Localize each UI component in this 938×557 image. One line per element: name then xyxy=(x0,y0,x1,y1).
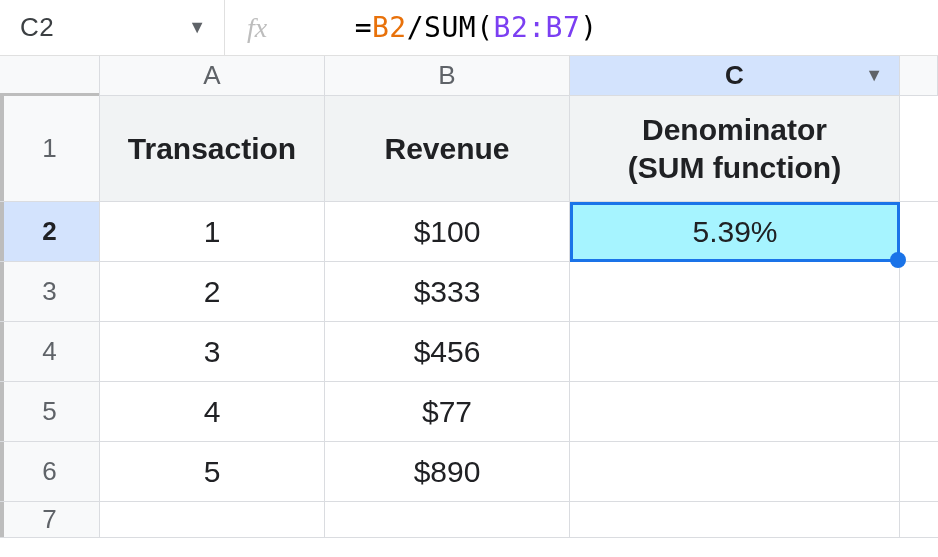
cell-C1[interactable]: Denominator (SUM function) xyxy=(570,96,900,202)
cell-B6[interactable]: $890 xyxy=(325,442,570,502)
cell-B1[interactable]: Revenue xyxy=(325,96,570,202)
cell-pad xyxy=(900,202,938,262)
cell-C7[interactable] xyxy=(570,502,900,538)
name-box-value: C2 xyxy=(20,12,54,43)
cell-A7[interactable] xyxy=(100,502,325,538)
row-header-3[interactable]: 3 xyxy=(0,262,100,322)
chevron-down-icon[interactable]: ▼ xyxy=(188,17,206,38)
column-header-C[interactable]: C ▼ xyxy=(570,56,900,95)
cell-pad xyxy=(900,382,938,442)
cell-A6[interactable]: 5 xyxy=(100,442,325,502)
table-row: 1 Transaction Revenue Denominator (SUM f… xyxy=(0,96,938,202)
cell-C4[interactable] xyxy=(570,322,900,382)
row-header-6[interactable]: 6 xyxy=(0,442,100,502)
formula-token-eq: = xyxy=(355,11,372,44)
cell-C3[interactable] xyxy=(570,262,900,322)
formula-token-range: B2:B7 xyxy=(494,11,581,44)
row-header-1[interactable]: 1 xyxy=(0,96,100,202)
table-row: 4 3 $456 xyxy=(0,322,938,382)
cell-C6[interactable] xyxy=(570,442,900,502)
table-row: 6 5 $890 xyxy=(0,442,938,502)
cell-A1[interactable]: Transaction xyxy=(100,96,325,202)
cell-pad xyxy=(900,96,938,202)
cell-B3[interactable]: $333 xyxy=(325,262,570,322)
table-row: 5 4 $77 xyxy=(0,382,938,442)
fx-icon: fx xyxy=(225,12,285,44)
formula-bar: C2 ▼ fx =B2/SUM(B2:B7) xyxy=(0,0,938,56)
row-header-2[interactable]: 2 xyxy=(0,202,100,262)
formula-token-fn: SUM( xyxy=(424,11,493,44)
cell-A4[interactable]: 3 xyxy=(100,322,325,382)
cell-B4[interactable]: $456 xyxy=(325,322,570,382)
cell-B7[interactable] xyxy=(325,502,570,538)
cell-pad xyxy=(900,322,938,382)
table-row: 7 xyxy=(0,502,938,538)
cell-A5[interactable]: 4 xyxy=(100,382,325,442)
column-header-row: A B C ▼ xyxy=(0,56,938,96)
cell-C5[interactable] xyxy=(570,382,900,442)
formula-token-close: ) xyxy=(580,11,597,44)
name-box[interactable]: C2 ▼ xyxy=(20,0,225,55)
table-row: 3 2 $333 xyxy=(0,262,938,322)
cell-pad xyxy=(900,502,938,538)
cell-B2[interactable]: $100 xyxy=(325,202,570,262)
select-all-corner[interactable] xyxy=(0,56,100,95)
column-header-A[interactable]: A xyxy=(100,56,325,95)
formula-token-op: / xyxy=(407,11,424,44)
table-row: 2 1 $100 5.39% xyxy=(0,202,938,262)
cell-pad xyxy=(900,442,938,502)
column-header-B[interactable]: B xyxy=(325,56,570,95)
cell-A3[interactable]: 2 xyxy=(100,262,325,322)
column-header-pad xyxy=(900,56,938,95)
cell-B5[interactable]: $77 xyxy=(325,382,570,442)
chevron-down-icon[interactable]: ▼ xyxy=(865,65,883,86)
cell-A2[interactable]: 1 xyxy=(100,202,325,262)
cell-pad xyxy=(900,262,938,322)
row-header-7[interactable]: 7 xyxy=(0,502,100,538)
formula-token-ref: B2 xyxy=(372,11,407,44)
cell-C2[interactable]: 5.39% xyxy=(570,202,900,262)
row-header-5[interactable]: 5 xyxy=(0,382,100,442)
row-header-4[interactable]: 4 xyxy=(0,322,100,382)
